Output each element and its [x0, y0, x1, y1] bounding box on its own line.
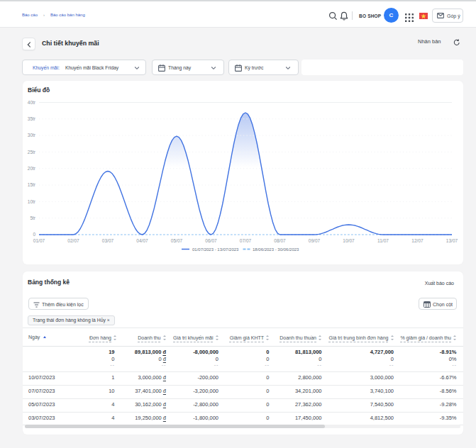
svg-text:10/07: 10/07	[343, 238, 355, 243]
svg-text:15tr: 15tr	[28, 182, 36, 187]
svg-text:08/07: 08/07	[274, 238, 286, 243]
svg-text:10tr: 10tr	[28, 199, 36, 204]
svg-text:02/07: 02/07	[67, 238, 79, 243]
svg-text:06/07: 06/07	[205, 238, 217, 243]
svg-text:04/07: 04/07	[136, 238, 148, 243]
svg-text:03/07: 03/07	[102, 238, 114, 243]
svg-text:13/07: 13/07	[446, 238, 458, 243]
svg-text:20tr: 20tr	[28, 166, 36, 171]
svg-text:5tr: 5tr	[30, 215, 35, 220]
svg-text:11/07: 11/07	[377, 238, 389, 243]
svg-text:07/07: 07/07	[240, 238, 252, 243]
svg-text:05/07: 05/07	[171, 238, 183, 243]
svg-text:01/07: 01/07	[33, 238, 45, 243]
svg-text:01/07/2023 - 13/07/2023: 01/07/2023 - 13/07/2023	[192, 247, 239, 252]
svg-text:30tr: 30tr	[28, 133, 36, 138]
svg-text:40tr: 40tr	[28, 100, 36, 105]
svg-text:0: 0	[33, 232, 35, 237]
svg-text:25tr: 25tr	[28, 150, 36, 155]
svg-text:18/06/2023 - 30/06/2023: 18/06/2023 - 30/06/2023	[253, 247, 299, 252]
svg-text:12/07: 12/07	[411, 238, 424, 243]
svg-text:35tr: 35tr	[28, 116, 36, 121]
svg-text:09/07: 09/07	[309, 238, 321, 243]
